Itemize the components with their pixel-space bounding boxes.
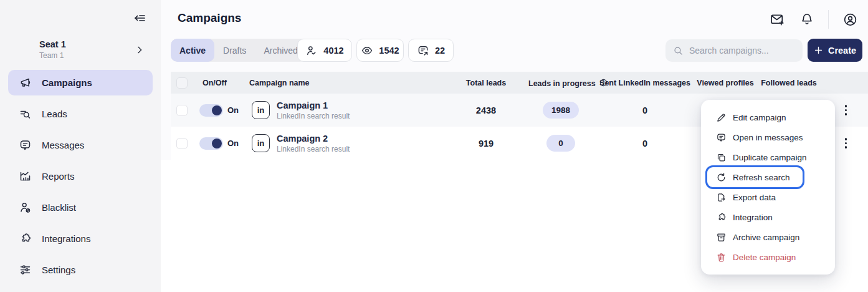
refresh-icon	[716, 172, 727, 183]
row-checkbox[interactable]	[176, 105, 188, 116]
column-on-off: On/Off	[193, 79, 249, 87]
row-menu-kebab-icon[interactable]	[841, 134, 851, 152]
mail-plus-icon[interactable]	[770, 12, 785, 27]
campaign-name-cell: in Campaign 1 LinkedIn search result	[249, 100, 444, 120]
leads-in-progress-cell: 0	[528, 135, 593, 152]
leads-in-progress-cell: 1988	[528, 102, 593, 119]
campaign-subtitle: LinkedIn search result	[277, 145, 350, 153]
column-leads-in-progress: Leads in progress?	[528, 78, 593, 88]
select-all-checkbox[interactable]	[176, 77, 188, 89]
archive-icon	[716, 232, 727, 243]
stat-value: 4012	[323, 46, 343, 56]
collapse-sidebar-icon[interactable]	[131, 9, 148, 27]
export-file-icon	[716, 192, 727, 203]
seat-selector[interactable]: Seat 1 Team 1	[0, 39, 161, 60]
bell-icon[interactable]	[799, 12, 814, 27]
stat-value: 1542	[379, 46, 399, 56]
menu-item-delete-campaign[interactable]: Delete campaign	[701, 247, 835, 267]
toggle-state-label: On	[227, 139, 239, 148]
chat-bubble-icon	[716, 132, 727, 143]
person-check-icon	[305, 44, 318, 57]
linkedin-icon: in	[252, 134, 270, 152]
plus-icon	[814, 46, 823, 55]
user-avatar-icon[interactable]	[842, 12, 858, 27]
campaign-name: Campaign 1	[277, 100, 350, 111]
sliders-icon	[19, 263, 32, 276]
column-sent-messages: Sent LinkedIn messages	[593, 79, 697, 87]
campaign-subtitle: LinkedIn search result	[277, 112, 350, 120]
copy-icon	[716, 152, 727, 163]
toggle-state-label: On	[227, 105, 239, 115]
leads-in-progress-badge: 0	[546, 135, 575, 152]
linkedin-icon: in	[252, 101, 270, 119]
sent-messages-value: 0	[593, 139, 697, 148]
sidebar-item-blacklist[interactable]: Blacklist	[8, 195, 153, 220]
stat-chip-messages[interactable]: 22	[408, 39, 454, 62]
sidebar-item-label: Leads	[42, 109, 67, 119]
menu-item-edit-campaign[interactable]: Edit campaign	[701, 107, 835, 127]
tab-drafts[interactable]: Drafts	[214, 39, 255, 62]
menu-item-archive-campaign[interactable]: Archive campaign	[701, 227, 835, 247]
eye-icon	[361, 44, 373, 57]
stat-chip-leads[interactable]: 4012	[297, 39, 352, 62]
total-leads-value: 919	[444, 139, 528, 148]
menu-item-duplicate-campaign[interactable]: Duplicate campaign	[701, 147, 835, 167]
page-title: Campaigns	[178, 11, 241, 25]
sidebar-item-label: Messages	[42, 140, 84, 150]
sidebar-item-leads[interactable]: Leads	[8, 101, 153, 127]
sidebar-item-settings[interactable]: Settings	[8, 257, 153, 283]
search-campaigns-input[interactable]	[689, 46, 789, 56]
header-icons	[770, 10, 858, 29]
column-total-leads: Total leads	[444, 79, 528, 87]
column-followed-leads: Followed leads	[754, 79, 824, 87]
sidebar-item-label: Blacklist	[42, 202, 76, 213]
sidebar-item-label: Campaigns	[42, 77, 92, 88]
chat-bubble-icon	[19, 139, 32, 152]
sidebar-item-campaigns[interactable]: Campaigns	[8, 70, 153, 95]
column-campaign-name: Campaign name	[249, 79, 444, 87]
campaign-tabs: Active Drafts Archived	[171, 39, 307, 62]
menu-item-export-data[interactable]: Export data	[701, 187, 835, 207]
campaign-on-off-toggle[interactable]	[199, 137, 223, 150]
lead-search-icon	[19, 107, 32, 120]
main-content: Campaigns Active Dr	[161, 0, 868, 292]
sidebar-item-label: Settings	[42, 265, 75, 275]
user-block-icon	[19, 201, 32, 214]
row-checkbox[interactable]	[176, 138, 188, 149]
puzzle-icon	[19, 232, 32, 245]
chart-icon	[19, 170, 32, 183]
stat-value: 22	[435, 46, 445, 56]
campaign-toggle-wrap: On	[193, 137, 249, 150]
menu-item-integration[interactable]: Integration	[701, 207, 835, 227]
campaign-on-off-toggle[interactable]	[199, 104, 223, 117]
create-button-label: Create	[828, 46, 856, 56]
column-viewed-profiles: Viewed profiles	[697, 79, 754, 87]
sidebar-item-integrations[interactable]: Integrations	[8, 226, 153, 251]
sidebar-item-label: Reports	[42, 171, 75, 182]
sidebar-item-label: Integrations	[42, 233, 90, 244]
toolbar: Active Drafts Archived 4012 1542	[161, 39, 868, 62]
sidebar: Seat 1 Team 1 Campaigns	[0, 0, 161, 292]
total-leads-value: 2438	[444, 105, 528, 115]
search-box	[665, 39, 803, 62]
message-sent-icon	[417, 44, 429, 57]
leads-in-progress-badge: 1988	[543, 102, 579, 119]
row-menu-kebab-icon[interactable]	[841, 101, 851, 119]
create-campaign-button[interactable]: Create	[808, 39, 862, 62]
tab-active[interactable]: Active	[171, 39, 214, 62]
sidebar-item-messages[interactable]: Messages	[8, 132, 153, 158]
table-header-row: On/Off Campaign name Total leads Leads i…	[171, 72, 868, 94]
menu-item-refresh-search[interactable]: Refresh search	[705, 165, 804, 189]
puzzle-icon	[716, 212, 727, 223]
menu-item-open-in-messages[interactable]: Open in messages	[701, 127, 835, 147]
app-screen: Seat 1 Team 1 Campaigns	[0, 0, 868, 292]
megaphone-icon	[19, 76, 32, 89]
header-divider	[828, 10, 829, 29]
campaign-name-cell: in Campaign 2 LinkedIn search result	[249, 133, 444, 153]
stat-chip-viewed[interactable]: 1542	[356, 39, 404, 62]
sidebar-item-reports[interactable]: Reports	[8, 163, 153, 189]
sidebar-nav: Campaigns Leads Messages	[8, 70, 153, 283]
chevron-right-icon[interactable]	[135, 45, 145, 55]
sent-messages-value: 0	[593, 105, 697, 115]
trash-icon	[716, 252, 727, 263]
